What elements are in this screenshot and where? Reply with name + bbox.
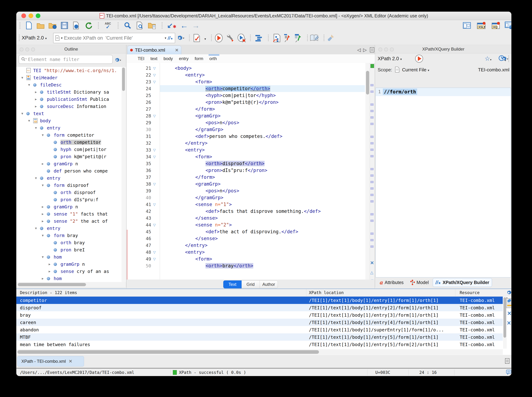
expand-icon[interactable]: ▶ xyxy=(40,205,45,209)
outline-node-label[interactable]: def person who compe xyxy=(54,168,108,174)
ruler-match-mark[interactable] xyxy=(370,213,374,215)
collapse-icon[interactable]: ▼ xyxy=(26,119,32,123)
outline-tree-row[interactable]: ▼teiHeader xyxy=(16,74,126,81)
associate-schema-icon[interactable] xyxy=(273,34,280,42)
outline-tree-row[interactable]: ▼form bray xyxy=(16,232,126,239)
code-line[interactable]: 47</entry> xyxy=(127,242,370,249)
ruler-match-mark[interactable] xyxy=(370,110,374,112)
builder-xpath-version-dropdown[interactable]: XPath 2.0 ▾ xyxy=(378,56,402,62)
ruler-match-mark[interactable] xyxy=(370,174,374,177)
outline-node-label[interactable]: gramGrp n xyxy=(54,161,78,166)
outline-node-label[interactable]: TEI "http://www.tei-c.org/ns/1. xyxy=(33,68,117,73)
outline-node-label[interactable]: orth disproof xyxy=(60,190,96,195)
expand-icon[interactable]: ▶ xyxy=(47,262,52,266)
outline-node-label[interactable]: publicationStmt Publica xyxy=(47,97,109,102)
bottom-tab-list-icon[interactable] xyxy=(505,358,510,365)
outline-tree-row[interactable]: orth disproof xyxy=(16,189,126,196)
code-line[interactable]: 34▽<form> xyxy=(127,153,370,160)
ruler-match-mark[interactable] xyxy=(370,233,374,235)
result-row[interactable]: competitor/TEI[1]/text[1]/body[1]/entry[… xyxy=(16,297,503,304)
favorites-star-icon[interactable]: ☆▾ xyxy=(485,55,491,62)
save-to-url-button[interactable] xyxy=(73,22,80,29)
combo-caret[interactable]: ▾ xyxy=(165,36,166,40)
outline-settings-gear-icon[interactable]: ▾ xyxy=(114,57,121,63)
outline-tree-row[interactable]: ▼body xyxy=(16,117,126,124)
result-row[interactable]: MTBF/TEI[1]/text[1]/body[1]/entry[5]/for… xyxy=(16,333,503,341)
outline-tree-row[interactable]: hyph com|peti|tor xyxy=(16,146,126,153)
mode-button-text[interactable]: Text xyxy=(223,280,242,288)
outline-node-label[interactable]: form disproof xyxy=(54,183,89,188)
editor-list-icon[interactable] xyxy=(370,47,374,53)
breadcrumb-item-TEI[interactable]: TEI xyxy=(138,56,144,61)
ruler-match-mark[interactable] xyxy=(370,245,374,248)
scope-dropdown[interactable]: Current File ▾ xyxy=(402,67,429,73)
format-indent-button[interactable] xyxy=(255,35,262,41)
code-editor[interactable]: 20▽<text>21▽<body>22▽<entry>23▽<form>24<… xyxy=(127,63,370,286)
outline-node-label[interactable]: sense "2" the act of xyxy=(54,219,108,224)
ruler-match-mark[interactable] xyxy=(370,239,374,241)
breadcrumb-item-orth[interactable]: orth xyxy=(209,56,217,61)
expand-icon[interactable]: ▶ xyxy=(40,212,45,216)
result-row[interactable]: disproof/TEI[1]/text[1]/body[1]/entry[2]… xyxy=(16,304,503,311)
outline-tree-row[interactable]: orth competitor xyxy=(16,139,126,146)
outline-node-label[interactable]: form bray xyxy=(54,233,78,238)
outline-tree-row[interactable]: ▼entry xyxy=(16,124,126,131)
outline-tree-row[interactable]: ▶titleStmt Dictionary sa xyxy=(16,88,126,96)
red-pin-icon[interactable] xyxy=(284,34,291,42)
editor-perspective-icon[interactable] xyxy=(463,22,471,29)
ruler-match-mark[interactable] xyxy=(370,123,374,125)
xpath-settings-gear-icon[interactable]: ▾ xyxy=(177,35,184,41)
outline-tree-row[interactable]: ▼form disproof xyxy=(16,182,126,189)
format-stripper-icon[interactable] xyxy=(327,34,335,42)
outline-tree-row[interactable]: ▶gramGrp n xyxy=(16,261,126,268)
fold-toggle-icon[interactable]: ▽ xyxy=(153,66,156,70)
outline-node-label[interactable]: sourceDesc Information xyxy=(47,104,106,109)
mode-button-grid[interactable]: Grid xyxy=(242,280,260,288)
collapse-icon[interactable]: ▼ xyxy=(26,83,32,87)
expand-icon[interactable]: ▶ xyxy=(33,105,38,108)
code-line[interactable]: 32</entry> xyxy=(127,140,370,147)
execute-xpath-text[interactable]: Execute XPath on 'Current File' xyxy=(64,35,133,41)
code-line[interactable]: 25<hyph>com|peti|tor</hyph> xyxy=(127,92,370,99)
code-line[interactable]: 21▽<body> xyxy=(127,65,370,72)
fold-toggle-icon[interactable]: ▽ xyxy=(153,155,156,159)
tab-attributes[interactable]: a Attributes xyxy=(377,278,406,287)
outline-node-label[interactable]: entry xyxy=(47,226,60,231)
notifications-icon[interactable] xyxy=(506,370,511,376)
outline-node-label[interactable]: hom xyxy=(54,254,62,260)
expand-icon[interactable]: ▶ xyxy=(47,269,52,273)
xpath-version-dropdown[interactable]: XPath 2.0 ▾ xyxy=(22,35,47,41)
editor-vertical-scrollbar[interactable] xyxy=(365,63,370,286)
outline-node-label[interactable]: gramGrp n xyxy=(60,262,85,267)
debug-scenario-button[interactable] xyxy=(237,34,246,42)
outline-vertical-scrollbar[interactable] xyxy=(121,67,126,282)
outline-tree-row[interactable]: ▶gramGrp n xyxy=(16,203,126,210)
outline-node-label[interactable]: sense cry of an as xyxy=(60,269,109,274)
search-icon[interactable] xyxy=(124,22,131,29)
outline-node-label[interactable]: titleStmt Dictionary sa xyxy=(47,89,109,95)
collapse-icon[interactable]: ▼ xyxy=(40,255,45,259)
code-line[interactable]: 26<pron>k@m"petit@(r)</pron> xyxy=(127,99,370,105)
code-line[interactable]: 44▽<sense n="2"> xyxy=(127,222,370,228)
highlight-results-toggle[interactable] xyxy=(506,298,512,308)
code-line[interactable]: 36<pron>dIs"pru:f</pron> xyxy=(127,167,370,174)
builder-settings-gear-icon[interactable]: ▾ xyxy=(501,56,508,62)
outline-tree-row[interactable]: def person who compe xyxy=(16,167,126,174)
close-tab-icon[interactable]: ✕ xyxy=(175,48,179,53)
code-line[interactable]: 48▽<entry> xyxy=(127,249,370,255)
result-row[interactable]: careen/TEI[1]/text[1]/body[1]/entry[4]/f… xyxy=(16,319,503,326)
ruler-match-mark[interactable] xyxy=(370,136,374,138)
ruler-match-mark[interactable] xyxy=(370,187,374,190)
ruler-match-mark[interactable] xyxy=(370,168,374,170)
fold-toggle-icon[interactable]: ▽ xyxy=(153,202,156,207)
spell-check-icon[interactable]: ABC✓ xyxy=(105,22,111,29)
tab-model[interactable]: Model xyxy=(408,278,431,286)
expand-icon[interactable]: ▶ xyxy=(40,219,45,223)
fold-toggle-icon[interactable]: ▽ xyxy=(153,80,156,84)
open-url-button[interactable] xyxy=(48,22,57,29)
scope-dropdown-caret[interactable]: ▾ xyxy=(61,36,63,40)
remove-result-icon[interactable]: ✕ xyxy=(507,310,512,316)
validate-dropdown-caret[interactable]: ▾ xyxy=(204,37,206,41)
code-line[interactable]: 39<pos>n</pos> xyxy=(127,187,370,194)
outline-node-label[interactable]: form competitor xyxy=(54,132,94,138)
